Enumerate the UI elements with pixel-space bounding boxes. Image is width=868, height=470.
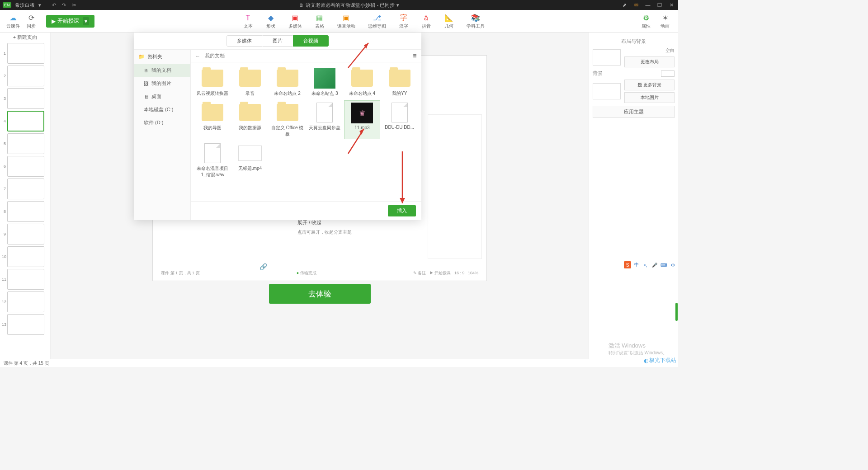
file-item[interactable]: 我的数据源: [232, 100, 269, 139]
mindmap-icon: ⎇: [372, 13, 382, 23]
title-bar: EN 希沃白板 ▾ ↶ ↷ ✂ 🗎 语文老师必看的互动课堂小妙招 - 已同步 ▾…: [0, 0, 678, 10]
file-label: 我的YY: [392, 90, 407, 97]
app-logo: EN: [3, 2, 11, 8]
ime-mic-icon[interactable]: 🎤: [651, 261, 658, 268]
sidebar-disk-d[interactable]: 软件 (D:): [134, 116, 190, 129]
file-item[interactable]: 我的导图: [194, 100, 231, 139]
file-label: 我的导图: [203, 125, 222, 131]
local-image-button[interactable]: 本地图片: [624, 92, 675, 103]
pictures-icon: 🖼: [144, 81, 149, 86]
undo-icon[interactable]: ↶: [51, 2, 57, 8]
slide-thumb-3[interactable]: [7, 88, 44, 109]
tool-table[interactable]: ▦表格: [315, 13, 325, 29]
start-lesson-button[interactable]: ▶开始授课▾: [46, 15, 94, 28]
close-icon[interactable]: ✕: [668, 2, 675, 8]
tool-hanzi[interactable]: 字汉字: [399, 13, 409, 29]
start-lesson-dropdown[interactable]: ▾: [83, 17, 89, 25]
cut-icon[interactable]: ✂: [71, 2, 77, 8]
tool-text[interactable]: T文本: [243, 13, 253, 29]
ime-punct-icon[interactable]: •,: [642, 261, 649, 268]
title-dropdown-icon[interactable]: ▾: [38, 2, 41, 8]
new-slide-button[interactable]: + 新建页面: [0, 33, 50, 42]
slide-thumb-13[interactable]: [7, 314, 44, 335]
slide-thumb-5[interactable]: [7, 133, 44, 154]
slide-thumb-7[interactable]: [7, 179, 44, 199]
sidebar-my-pictures[interactable]: 🖼我的图片: [134, 77, 190, 90]
desktop-icon: 🖥: [144, 94, 149, 99]
file-item[interactable]: 未命名站点 3: [307, 66, 343, 99]
apply-theme-button[interactable]: 应用主题: [593, 106, 675, 118]
slide-thumb-2[interactable]: [7, 66, 44, 86]
slide-thumb-10[interactable]: [7, 246, 44, 267]
redo-icon[interactable]: ↷: [61, 2, 67, 8]
sidebar-desktop[interactable]: 🖥桌面: [134, 90, 190, 103]
tab-audiovideo[interactable]: 音视频: [293, 35, 329, 47]
sync-button[interactable]: ⟳同步: [26, 13, 36, 29]
cloud-icon: ☁: [8, 13, 18, 23]
tool-shape[interactable]: ◆形状: [266, 13, 276, 29]
dialog-tabs: 多媒体 图片 音视频: [134, 33, 421, 50]
tab-multimedia[interactable]: 多媒体: [226, 35, 262, 47]
experience-button[interactable]: 去体验: [269, 284, 371, 304]
slide-thumb-11[interactable]: [7, 269, 44, 290]
slide-thumb-9[interactable]: [7, 224, 44, 244]
file-item[interactable]: ♛11.mp3: [344, 100, 381, 139]
change-layout-button[interactable]: 更改布局: [624, 56, 675, 67]
windows-activate-watermark: 激活 Windows 转到"设置"以激活 Windows。: [609, 342, 667, 356]
note-icon[interactable]: ✎: [413, 271, 418, 275]
slide-thumb-4[interactable]: [7, 111, 44, 132]
slide-thumb-12[interactable]: [7, 291, 44, 312]
animation-button[interactable]: ✶动画: [660, 13, 670, 29]
sidebar-my-documents[interactable]: 🗎我的文档: [134, 64, 190, 77]
ime-lang[interactable]: 中: [633, 261, 640, 268]
bg-color-swatch[interactable]: [661, 70, 675, 77]
ime-bar[interactable]: S 中 •, 🎤 ⌨ ⚙: [624, 261, 676, 268]
play-small-icon[interactable]: ▶: [429, 271, 435, 275]
file-item[interactable]: 未命名站点 2: [269, 66, 306, 99]
maximize-icon[interactable]: ❐: [656, 2, 663, 8]
link-icon[interactable]: 🔗: [259, 263, 267, 270]
animation-icon: ✶: [660, 13, 670, 23]
image-icon: 🖼: [637, 82, 643, 87]
more-bg-button[interactable]: 🖼 更多背景: [624, 80, 675, 90]
tool-mindmap[interactable]: ⎇思维导图: [368, 13, 386, 29]
slide-thumb-6[interactable]: [7, 156, 44, 177]
file-item[interactable]: 天翼云盘同步盘: [307, 100, 343, 139]
properties-button[interactable]: ⚙属性: [641, 13, 651, 29]
slide-thumb-8[interactable]: [7, 201, 44, 222]
back-icon[interactable]: ←: [195, 53, 200, 59]
file-item[interactable]: 我的YY: [381, 66, 418, 99]
ime-keyboard-icon[interactable]: ⌨: [660, 261, 667, 268]
file-item[interactable]: DDU-DU DD...: [381, 100, 418, 139]
file-item[interactable]: 未命名站点 4: [344, 66, 381, 99]
file-item[interactable]: 录音: [232, 66, 269, 99]
file-item[interactable]: 风云视频转换器: [194, 66, 231, 99]
cloud-courseware-button[interactable]: ☁云课件: [6, 13, 20, 29]
file-item[interactable]: 自定义 Office 模板: [269, 100, 306, 139]
path-label: 我的文档: [205, 52, 225, 59]
view-list-icon[interactable]: ≣: [413, 53, 417, 59]
tool-activity[interactable]: ▣课堂活动: [337, 13, 355, 29]
scrollbar-marker[interactable]: [675, 303, 678, 321]
file-item[interactable]: 无标题.mp4: [232, 141, 269, 180]
ime-settings-icon[interactable]: ⚙: [669, 261, 676, 268]
tool-geometry[interactable]: 📐几何: [444, 13, 454, 29]
share-icon[interactable]: ⬈: [621, 2, 627, 8]
tool-multimedia[interactable]: ▣多媒体: [288, 13, 302, 29]
hanzi-icon: 字: [399, 13, 409, 23]
layout-name: 空白: [624, 47, 675, 54]
file-item[interactable]: 未命名混音项目 1_缩混.wav: [194, 141, 231, 180]
minimize-icon[interactable]: —: [645, 2, 651, 8]
sidebar-disk-c[interactable]: 本地磁盘 (C:): [134, 103, 190, 116]
ime-logo-icon: S: [624, 261, 631, 268]
tab-image[interactable]: 图片: [262, 35, 293, 47]
tool-subject[interactable]: 📚学科工具: [467, 13, 485, 29]
status-bar: 课件 第 4 页，共 15 页: [0, 359, 678, 367]
file-label: 我的数据源: [239, 125, 261, 131]
insert-button[interactable]: 插入: [388, 205, 416, 216]
slide-thumb-1[interactable]: [7, 43, 44, 64]
table-icon: ▦: [315, 13, 325, 23]
doc-dropdown-icon[interactable]: ▾: [396, 2, 399, 8]
tool-pinyin[interactable]: ā拼音: [421, 13, 431, 29]
mail-icon[interactable]: ✉: [633, 2, 639, 8]
